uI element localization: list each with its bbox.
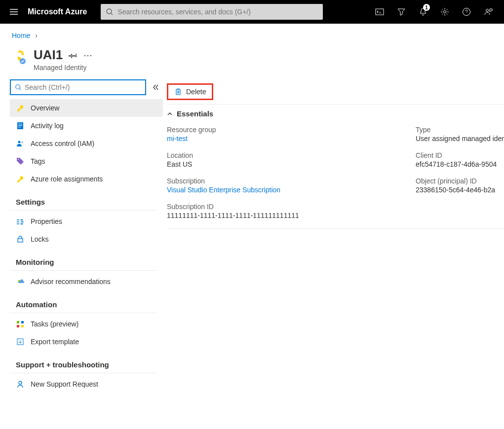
svg-rect-1 (376, 9, 384, 15)
ess-value-object-id: 23386150-5c64-4e46-b2a (416, 186, 504, 194)
brand-label: Microsoft Azure (28, 7, 87, 16)
svg-point-6 (16, 85, 20, 89)
help-button[interactable] (457, 0, 476, 24)
cloud-shell-button[interactable] (370, 0, 389, 24)
chevron-up-icon (167, 111, 173, 117)
content-area: Delete Essentials Resource group mi-test… (163, 79, 504, 403)
essentials-toggle[interactable]: Essentials (167, 105, 504, 123)
sidebar-item-support-request[interactable]: New Support Request (10, 375, 163, 393)
filter-button[interactable] (391, 0, 411, 24)
top-bar: Microsoft Azure 1 (0, 0, 504, 24)
sidebar-item-label: Overview (31, 104, 59, 112)
breadcrumb-home[interactable]: Home (12, 32, 30, 39)
page-header: UAI1 ⋯ Managed Identity (0, 43, 504, 79)
svg-rect-20 (21, 321, 24, 323)
svg-point-18 (18, 280, 20, 282)
sidebar-section-monitoring: Monitoring (10, 248, 157, 271)
tag-icon (16, 157, 25, 166)
global-search[interactable] (101, 4, 323, 20)
ess-value-client-id: efc54718-c187-4d6a-9504 (416, 160, 504, 168)
essentials-grid: Resource group mi-test Type User assigne… (167, 123, 504, 228)
person-feedback-icon (484, 7, 493, 16)
sidebar-section-automation: Automation (10, 290, 157, 313)
sidebar-item-overview[interactable]: Overview (10, 99, 163, 117)
svg-point-13 (18, 159, 19, 160)
ess-value-subscription-id: 11111111-1111-1111-1111-111111111111 (167, 212, 404, 219)
page-title: UAI1 (34, 47, 63, 63)
help-icon (462, 7, 471, 16)
svg-point-12 (21, 142, 23, 143)
sidebar-item-label: Azure role assignments (31, 175, 103, 183)
collapse-sidebar-button[interactable] (152, 84, 159, 91)
sidebar-item-export-template[interactable]: Export template (10, 333, 163, 351)
sidebar-search[interactable] (10, 79, 146, 95)
ess-value-location: East US (167, 160, 404, 168)
sidebar-item-label: Tags (31, 157, 45, 165)
sidebar-item-locks[interactable]: Locks (10, 230, 163, 248)
cloud-shell-icon (375, 7, 384, 16)
ess-label-subscription-id: Subscription ID (167, 203, 404, 211)
menu-button[interactable] (6, 4, 22, 20)
svg-rect-10 (18, 127, 21, 127)
gear-icon (440, 7, 449, 16)
svg-point-11 (18, 141, 21, 143)
people-icon (16, 139, 25, 148)
sidebar-item-access-control[interactable]: Access control (IAM) (10, 135, 163, 152)
search-icon (106, 8, 114, 16)
advisor-icon (16, 277, 25, 286)
ess-label-location: Location (167, 151, 404, 159)
lock-icon (16, 235, 25, 244)
sidebar-item-role-assignments[interactable]: Azure role assignments (10, 170, 163, 188)
more-button[interactable]: ⋯ (83, 50, 93, 61)
sidebar-item-tags[interactable]: Tags (10, 152, 163, 170)
notifications-button[interactable]: 1 (413, 0, 433, 24)
sidebar-item-tasks[interactable]: Tasks (preview) (10, 315, 163, 333)
trash-icon (174, 88, 182, 96)
ess-label-resource-group: Resource group (167, 126, 404, 134)
log-icon (16, 121, 25, 130)
sidebar-section-settings: Settings (10, 188, 157, 211)
sidebar: Overview Activity log Access control (IA… (0, 79, 163, 403)
page-subtitle: Managed Identity (34, 64, 93, 72)
svg-rect-19 (17, 321, 19, 323)
svg-point-24 (19, 381, 22, 384)
essentials-heading: Essentials (177, 109, 213, 118)
sidebar-section-support: Support + troubleshooting (10, 351, 157, 373)
settings-button[interactable] (435, 0, 455, 24)
sidebar-item-label: Advisor recommendations (31, 278, 111, 286)
svg-rect-17 (18, 239, 23, 242)
ess-value-subscription[interactable]: Visual Studio Enterprise Subscription (167, 186, 404, 194)
sidebar-item-label: Properties (31, 217, 62, 225)
managed-identity-icon (12, 49, 28, 65)
sidebar-item-label: Tasks (preview) (31, 320, 78, 328)
search-icon (15, 84, 22, 91)
ess-label-subscription: Subscription (167, 177, 404, 185)
delete-button[interactable]: Delete (167, 83, 213, 100)
ess-value-resource-group[interactable]: mi-test (167, 135, 404, 143)
support-icon (16, 380, 25, 389)
svg-point-0 (107, 9, 112, 14)
feedback-button[interactable] (478, 0, 498, 24)
sidebar-search-input[interactable] (25, 83, 141, 91)
key-icon (16, 104, 25, 112)
pin-button[interactable] (69, 51, 78, 60)
svg-point-4 (486, 9, 489, 12)
tasks-icon (16, 320, 25, 328)
svg-rect-9 (18, 125, 22, 126)
filter-icon (397, 7, 406, 16)
sidebar-item-label: Activity log (31, 122, 64, 130)
sidebar-item-properties[interactable]: Properties (10, 213, 163, 230)
ess-label-type: Type (416, 126, 504, 134)
export-icon (16, 337, 25, 346)
sidebar-item-advisor[interactable]: Advisor recommendations (10, 273, 163, 290)
svg-point-2 (444, 11, 446, 13)
notification-badge: 1 (423, 4, 430, 11)
key-icon (16, 175, 25, 183)
sidebar-item-activity-log[interactable]: Activity log (10, 117, 163, 135)
sidebar-item-label: New Support Request (31, 380, 98, 388)
sidebar-item-label: Access control (IAM) (31, 140, 94, 147)
delete-label: Delete (186, 88, 206, 96)
ess-value-type: User assigned managed identity (416, 135, 504, 143)
global-search-input[interactable] (117, 8, 318, 16)
properties-icon (16, 217, 25, 226)
